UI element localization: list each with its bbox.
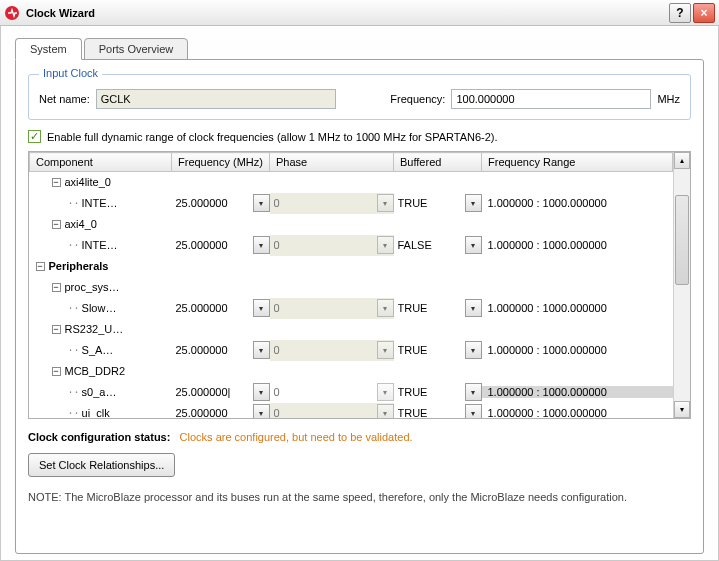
app-icon <box>4 5 20 21</box>
titlebar: Clock Wizard ? × <box>0 0 719 26</box>
frequency-cell[interactable]: ▾ <box>172 340 270 361</box>
buffered-cell-input[interactable] <box>394 403 465 419</box>
group-legend: Input Clock <box>39 67 102 79</box>
group-input-clock: Input Clock Net name: Frequency: MHz <box>28 74 691 120</box>
chevron-down-icon[interactable]: ▾ <box>465 236 482 254</box>
buffered-cell-input[interactable] <box>394 298 465 319</box>
frequency-cell-input[interactable] <box>172 193 253 214</box>
enable-dynamic-range-checkbox[interactable]: ✓ <box>28 130 41 143</box>
frequency-input[interactable] <box>451 89 651 109</box>
phase-cell: ▾ <box>270 382 394 403</box>
tab-ports-overview[interactable]: Ports Overview <box>84 38 189 60</box>
col-phase[interactable]: Phase <box>270 153 394 172</box>
chevron-down-icon[interactable]: ▾ <box>465 383 482 401</box>
table-row[interactable]: −MCB_DDR2 <box>30 361 673 382</box>
scroll-thumb[interactable] <box>675 195 689 285</box>
table-row[interactable]: ··INTE…▾▾▾1.000000 : 1000.000000 <box>30 235 673 256</box>
frequency-cell-input[interactable] <box>172 382 253 403</box>
frequency-cell[interactable]: ▾ <box>172 235 270 256</box>
frequency-label: Frequency: <box>390 93 445 105</box>
chevron-down-icon[interactable]: ▾ <box>465 299 482 317</box>
close-button[interactable]: × <box>693 3 715 23</box>
content-area: System Ports Overview Input Clock Net na… <box>0 26 719 561</box>
table-row[interactable]: −RS232_U… <box>30 319 673 340</box>
tree-cell[interactable]: ··s0_a… <box>30 382 172 403</box>
tree-label: RS232_U… <box>65 323 124 335</box>
table-row[interactable]: ··S_A…▾▾▾1.000000 : 1000.000000 <box>30 340 673 361</box>
chevron-down-icon[interactable]: ▾ <box>465 341 482 359</box>
frequency-cell[interactable]: ▾ <box>172 193 270 214</box>
chevron-down-icon[interactable]: ▾ <box>253 383 270 401</box>
tree-expander-icon[interactable]: − <box>52 367 61 376</box>
scrollbar[interactable]: ▴ ▾ <box>673 152 690 418</box>
tree-expander-icon[interactable]: − <box>36 262 45 271</box>
scroll-up-icon[interactable]: ▴ <box>674 152 690 169</box>
help-button[interactable]: ? <box>669 3 691 23</box>
chevron-down-icon[interactable]: ▾ <box>253 404 270 418</box>
tree-cell[interactable]: ··S_A… <box>30 340 172 361</box>
frequency-cell-input[interactable] <box>172 235 253 256</box>
tree-cell[interactable]: ··Slow… <box>30 298 172 319</box>
phase-cell-input <box>270 193 377 214</box>
buffered-cell-input[interactable] <box>394 235 465 256</box>
frequency-cell[interactable]: ▾ <box>172 298 270 319</box>
buffered-cell[interactable]: ▾ <box>394 193 482 214</box>
tree-expander-icon[interactable]: − <box>52 220 61 229</box>
frequency-cell-input[interactable] <box>172 403 253 419</box>
frequency-range: 1.000000 : 1000.000000 <box>482 407 673 418</box>
col-frequency[interactable]: Frequency (MHz) <box>172 153 270 172</box>
frequency-cell-input[interactable] <box>172 340 253 361</box>
table-row[interactable]: ··ui_clk▾▾▾1.000000 : 1000.000000 <box>30 403 673 419</box>
tree-expander-icon[interactable]: − <box>52 178 61 187</box>
chevron-down-icon[interactable]: ▾ <box>253 236 270 254</box>
col-component[interactable]: Component <box>30 153 172 172</box>
col-buffered[interactable]: Buffered <box>394 153 482 172</box>
table-row[interactable]: −axi4_0 <box>30 214 673 235</box>
chevron-down-icon[interactable]: ▾ <box>253 194 270 212</box>
tree-cell[interactable]: ··ui_clk <box>30 403 172 419</box>
status-label: Clock configuration status: <box>28 431 170 443</box>
set-clock-relationships-button[interactable]: Set Clock Relationships... <box>28 453 175 477</box>
buffered-cell[interactable]: ▾ <box>394 382 482 403</box>
tree-cell[interactable]: −MCB_DDR2 <box>30 361 172 382</box>
chevron-down-icon[interactable]: ▾ <box>253 299 270 317</box>
buffered-cell[interactable]: ▾ <box>394 340 482 361</box>
tab-system[interactable]: System <box>15 38 82 60</box>
chevron-down-icon[interactable]: ▾ <box>465 404 482 418</box>
buffered-cell-input[interactable] <box>394 382 465 403</box>
frequency-cell-input[interactable] <box>172 298 253 319</box>
tab-bar: System Ports Overview <box>15 38 704 60</box>
buffered-cell-input[interactable] <box>394 193 465 214</box>
frequency-cell[interactable]: ▾ <box>172 382 270 403</box>
col-range[interactable]: Frequency Range <box>482 153 673 172</box>
tree-expander-icon[interactable]: − <box>52 283 61 292</box>
buffered-cell[interactable]: ▾ <box>394 403 482 419</box>
phase-cell: ▾ <box>270 235 394 256</box>
chevron-down-icon[interactable]: ▾ <box>465 194 482 212</box>
tree-cell[interactable]: −axi4_0 <box>30 214 172 235</box>
table-row[interactable]: ··INTE…▾▾▾1.000000 : 1000.000000 <box>30 193 673 214</box>
buffered-cell[interactable]: ▾ <box>394 298 482 319</box>
tree-expander-icon[interactable]: − <box>52 325 61 334</box>
tree-cell[interactable]: −proc_sys… <box>30 277 172 298</box>
tree-cell[interactable]: −RS232_U… <box>30 319 172 340</box>
tree-cell[interactable]: ··INTE… <box>30 235 172 256</box>
buffered-cell[interactable]: ▾ <box>394 235 482 256</box>
netname-input[interactable] <box>96 89 336 109</box>
tree-cell[interactable]: −axi4lite_0 <box>30 172 172 193</box>
table-row[interactable]: ··s0_a…▾▾▾1.000000 : 1000.000000 <box>30 382 673 403</box>
chevron-down-icon[interactable]: ▾ <box>253 341 270 359</box>
table-row[interactable]: −proc_sys… <box>30 277 673 298</box>
frequency-cell[interactable]: ▾ <box>172 403 270 419</box>
table-row[interactable]: ··Slow…▾▾▾1.000000 : 1000.000000 <box>30 298 673 319</box>
scroll-track[interactable] <box>674 169 690 401</box>
table-row[interactable]: −axi4lite_0 <box>30 172 673 193</box>
chevron-down-icon: ▾ <box>377 194 394 212</box>
buffered-cell-input[interactable] <box>394 340 465 361</box>
table-row[interactable]: −Peripherals <box>30 256 673 277</box>
tree-label: Slow… <box>82 302 117 314</box>
tree-cell[interactable]: −Peripherals <box>30 256 172 277</box>
tree-cell[interactable]: ··INTE… <box>30 193 172 214</box>
scroll-down-icon[interactable]: ▾ <box>674 401 690 418</box>
tree-label: INTE… <box>82 197 118 209</box>
